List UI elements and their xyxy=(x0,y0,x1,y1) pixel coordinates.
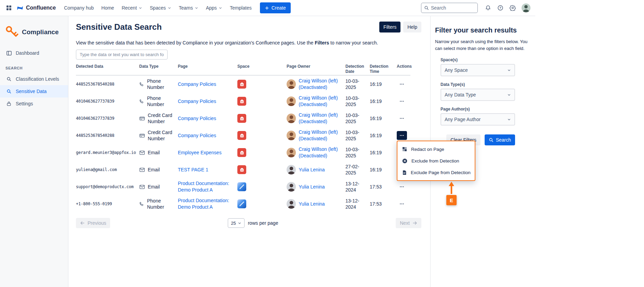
sidebar-item-settings[interactable]: Settings xyxy=(0,97,68,110)
column-header-detected-data: Detected Data xyxy=(76,64,139,69)
page-owner-link[interactable]: Craig Willson (left) (Deactivated) xyxy=(299,146,342,159)
row-actions-button[interactable] xyxy=(397,97,407,106)
key-icon xyxy=(5,25,19,39)
page-description: View the sensitive data that has been de… xyxy=(76,40,421,45)
nav-item-recent[interactable]: Recent xyxy=(118,2,146,13)
page-title: Sensitive Data Search xyxy=(76,22,162,32)
data-search-input[interactable] xyxy=(76,50,168,60)
nav-item-apps[interactable]: Apps xyxy=(202,2,226,13)
nav-item-teams[interactable]: Teams xyxy=(175,2,202,13)
nav-item-templates[interactable]: Templates xyxy=(226,2,255,13)
sidebar-item-classification-levels[interactable]: Classification Levels xyxy=(0,73,68,85)
detection-time-cell: 16:19 xyxy=(370,161,397,178)
page-link[interactable]: Company Policies xyxy=(178,115,216,122)
notifications-button[interactable] xyxy=(483,2,494,13)
page-owner-link[interactable]: Craig Willson (left) (Deactivated) xyxy=(299,95,342,108)
filter-select-page-author-s[interactable]: Any Page Author xyxy=(441,113,515,126)
confluence-logo[interactable]: Confluence xyxy=(15,4,60,12)
page-owner-cell: Yulia Lenina xyxy=(287,161,345,178)
page-owner-link[interactable]: Yulia Lenina xyxy=(299,184,342,190)
page-link[interactable]: Product Documentation: Demo Product A xyxy=(178,197,234,210)
data-type-cell: Email xyxy=(139,178,178,195)
space-cell xyxy=(237,144,287,161)
avatar-yulia xyxy=(287,165,296,174)
primary-nav: Company hubHomeRecentSpacesTeamsAppsTemp… xyxy=(61,2,255,13)
page-cell: Product Documentation: Demo Product A xyxy=(178,178,237,195)
filter-select-data-type-s[interactable]: Any Data Type xyxy=(441,89,515,101)
row-actions-button[interactable] xyxy=(397,199,407,208)
filter-select-space-s[interactable]: Any Space xyxy=(441,64,515,76)
row-actions-button[interactable] xyxy=(397,131,407,140)
space-cell xyxy=(237,76,287,93)
page-link[interactable]: Company Policies xyxy=(178,81,216,88)
nav-help-button[interactable]: ? xyxy=(495,2,506,13)
app-switcher-button[interactable] xyxy=(3,2,14,13)
global-search-input[interactable] xyxy=(431,5,475,11)
page-link[interactable]: Company Policies xyxy=(178,132,216,139)
user-avatar[interactable] xyxy=(522,3,530,12)
page-owner-link[interactable]: Craig Willson (left) (Deactivated) xyxy=(299,129,342,142)
row-actions-button[interactable] xyxy=(397,182,407,191)
detected-data-cell: yuliena@gmail.com xyxy=(76,161,139,178)
sidebar-item-sensitive-data[interactable]: Sensitive Data xyxy=(0,85,68,97)
confluence-logo-text: Confluence xyxy=(26,5,56,11)
compliance-app-name: Compliance xyxy=(22,28,59,36)
menu-item-exclude-from-detection[interactable]: Exclude from Detection xyxy=(397,155,475,167)
menu-item-redact-on-page[interactable]: Redact on Page xyxy=(397,143,475,155)
compliance-logo: Compliance xyxy=(0,25,68,39)
chevron-down-icon xyxy=(507,118,511,121)
row-actions-button[interactable] xyxy=(397,80,407,89)
page-link[interactable]: Company Policies xyxy=(178,98,216,105)
create-button[interactable]: Create xyxy=(260,2,291,13)
sidebar-section-search: SEARCH xyxy=(0,59,68,73)
lock-icon xyxy=(5,101,12,106)
nav-item-spaces[interactable]: Spaces xyxy=(146,2,175,13)
row-actions-button[interactable] xyxy=(397,114,407,123)
filter-fields: Space(s) Any Space Data Type(s) Any Data… xyxy=(441,57,515,126)
nav-item-home[interactable]: Home xyxy=(98,2,117,13)
page-owner-cell: Craig Willson (left) (Deactivated) xyxy=(287,93,345,110)
rows-per-page-label: rows per page xyxy=(248,220,278,226)
page-size-select[interactable]: 25 xyxy=(228,218,244,228)
detected-data-cell: +1-800-555-0199 xyxy=(76,195,139,212)
space-cell xyxy=(237,178,287,195)
page-cell: TEST PAGE 1 xyxy=(178,161,237,178)
help-button[interactable]: Help xyxy=(403,22,421,32)
filter-panel-description: Narrow your search using the filters bel… xyxy=(435,38,530,52)
chevron-down-icon xyxy=(168,6,171,10)
menu-item-exclude-page-from-detection[interactable]: Exclude Page from Detection xyxy=(397,167,475,178)
filters-button[interactable]: Filters xyxy=(379,22,400,32)
column-header-detection-time: Detection Time xyxy=(370,64,397,74)
filter-search-button[interactable]: Search xyxy=(485,134,515,145)
create-button-label: Create xyxy=(272,5,286,11)
nav-settings-button[interactable] xyxy=(507,2,518,13)
annotation-label: E xyxy=(446,195,457,205)
page-owner-link[interactable]: Craig Willson (left) (Deactivated) xyxy=(299,78,342,91)
results-table: Detected DataData TypePageSpacePage Owne… xyxy=(76,63,410,212)
avatar-craig xyxy=(287,114,296,123)
previous-page-button[interactable]: Previous xyxy=(76,218,110,228)
page-owner-cell: Craig Willson (left) (Deactivated) xyxy=(287,76,345,93)
space-icon-red xyxy=(237,165,246,174)
detection-date-cell: 10-03-2025 xyxy=(345,127,370,144)
space-cell xyxy=(237,195,287,212)
sidebar-item-dashboard[interactable]: Dashboard xyxy=(0,47,68,59)
detection-time-cell: 16:19 xyxy=(370,127,397,144)
page-link[interactable]: TEST PAGE 1 xyxy=(178,167,208,173)
nav-item-company-hub[interactable]: Company hub xyxy=(61,2,97,13)
page-link[interactable]: Employee Expenses xyxy=(178,149,222,156)
detection-date-cell: 10-03-2025 xyxy=(345,93,370,110)
page-link[interactable]: Product Documentation: Demo Product A xyxy=(178,180,234,193)
page-cell: Company Policies xyxy=(178,110,237,127)
page-owner-link[interactable]: Craig Willson (left) (Deactivated) xyxy=(299,112,342,125)
email-icon xyxy=(139,184,145,190)
avatar-craig xyxy=(287,96,296,106)
next-page-button[interactable]: Next xyxy=(396,218,421,228)
page-owner-link[interactable]: Yulia Lenina xyxy=(299,167,342,173)
page-cell: Employee Expenses xyxy=(178,144,237,161)
column-header-page: Page xyxy=(178,64,237,69)
page-cell: Product Documentation: Demo Product A xyxy=(178,195,237,212)
detection-date-cell: 10-03-2025 xyxy=(345,76,370,93)
chevron-down-icon xyxy=(507,93,511,97)
page-owner-link[interactable]: Yulia Lenina xyxy=(299,201,342,207)
